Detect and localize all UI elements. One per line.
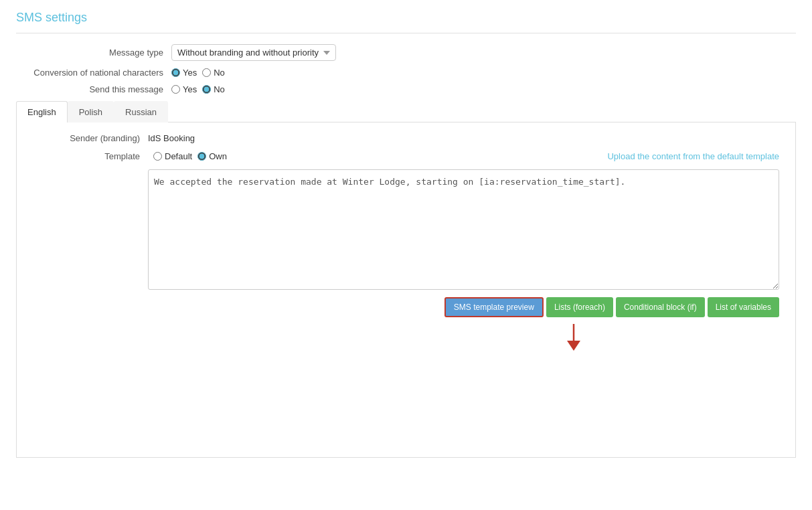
sms-preview-button[interactable]: SMS template preview: [444, 297, 544, 317]
send-message-row: Send this message Yes No: [16, 84, 796, 94]
action-buttons-row: SMS template preview Lists (foreach) Con…: [148, 297, 779, 317]
tab-polish[interactable]: Polish: [68, 101, 114, 122]
tabs-list: English Polish Russian: [16, 101, 796, 122]
national-chars-no-text: No: [214, 68, 225, 78]
upload-default-link[interactable]: Upload the content from the default temp…: [607, 151, 779, 161]
template-row: Template Default Own Upload the content …: [33, 151, 779, 161]
template-default-radio[interactable]: [153, 152, 162, 161]
template-own-label[interactable]: Own: [197, 151, 227, 161]
template-label: Template: [33, 151, 140, 161]
template-textarea[interactable]: [148, 169, 779, 290]
lists-button[interactable]: Lists (foreach): [546, 297, 613, 317]
send-message-no-radio[interactable]: [202, 85, 211, 94]
template-own-radio[interactable]: [197, 152, 206, 161]
tab-content-english: Sender (branding) IdS Booking Template D…: [16, 122, 796, 458]
sender-label: Sender (branding): [33, 133, 140, 143]
national-chars-control: Yes No: [171, 68, 225, 78]
settings-form: Message type Without branding and withou…: [16, 44, 796, 94]
template-default-label[interactable]: Default: [153, 151, 192, 161]
national-chars-yes-radio[interactable]: [171, 68, 180, 77]
message-type-control: Without branding and without priority: [171, 44, 336, 61]
tab-russian[interactable]: Russian: [114, 101, 168, 122]
send-message-no-label[interactable]: No: [202, 84, 225, 94]
svg-marker-1: [567, 341, 580, 351]
national-chars-yes-text: Yes: [183, 68, 197, 78]
national-chars-no-radio[interactable]: [202, 68, 211, 77]
send-message-label: Send this message: [16, 84, 163, 94]
tab-english[interactable]: English: [16, 101, 68, 122]
template-left: Template Default Own: [33, 151, 227, 161]
send-message-yes-text: Yes: [183, 84, 197, 94]
message-type-select[interactable]: Without branding and without priority: [171, 44, 336, 61]
template-own-text: Own: [209, 151, 227, 161]
textarea-wrapper: [148, 169, 779, 292]
page-title: SMS settings: [16, 11, 796, 25]
send-message-control: Yes No: [171, 84, 225, 94]
conditional-button[interactable]: Conditional block (if): [616, 297, 705, 317]
sender-value: IdS Booking: [148, 133, 195, 143]
arrow-container: [368, 323, 779, 351]
national-chars-yes-label[interactable]: Yes: [171, 68, 197, 78]
divider: [16, 33, 796, 33]
message-type-label: Message type: [16, 48, 163, 58]
variables-button[interactable]: List of variables: [708, 297, 779, 317]
send-message-no-text: No: [214, 84, 225, 94]
national-chars-label: Conversion of national characters: [16, 68, 163, 78]
template-default-text: Default: [165, 151, 192, 161]
language-tabs: English Polish Russian Sender (branding)…: [16, 101, 796, 458]
arrow-down-icon: [564, 324, 584, 351]
sender-row: Sender (branding) IdS Booking: [33, 133, 779, 143]
send-message-yes-radio[interactable]: [171, 85, 180, 94]
message-type-row: Message type Without branding and withou…: [16, 44, 796, 61]
national-chars-no-label[interactable]: No: [202, 68, 225, 78]
national-chars-row: Conversion of national characters Yes No: [16, 68, 796, 78]
send-message-yes-label[interactable]: Yes: [171, 84, 197, 94]
